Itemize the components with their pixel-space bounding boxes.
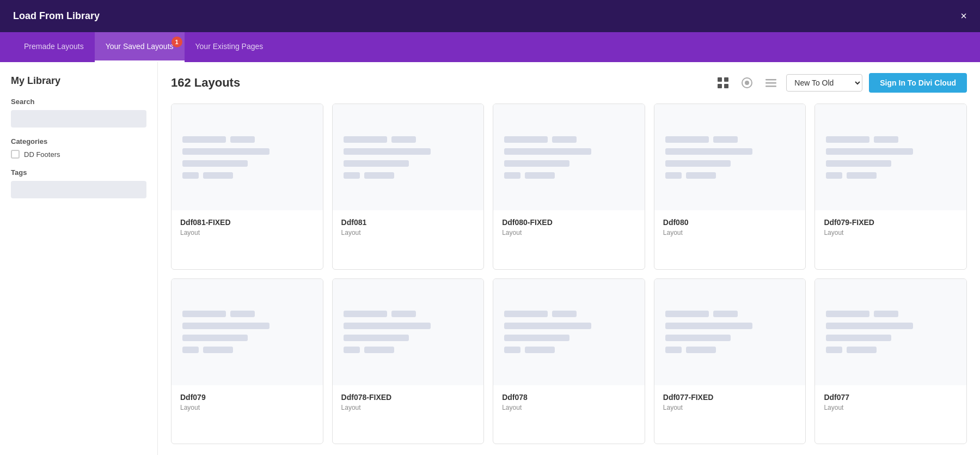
modal-header: Load From Library × <box>0 0 980 32</box>
card-type: Layout <box>824 404 958 411</box>
load-from-library-modal: Load From Library × Premade Layouts Your… <box>0 0 980 455</box>
card-name: Ddf081 <box>341 218 475 227</box>
layout-card-ddf081[interactable]: Ddf081 Layout <box>332 104 485 270</box>
card-type: Layout <box>502 229 636 236</box>
card-name: Ddf078 <box>502 393 636 402</box>
svg-rect-1 <box>724 77 728 82</box>
tab-bar: Premade Layouts Your Saved Layouts 1 You… <box>0 32 980 62</box>
card-name: Ddf080 <box>663 218 797 227</box>
tab-premade-layouts[interactable]: Premade Layouts <box>13 32 95 62</box>
svg-point-5 <box>745 81 749 85</box>
layout-card-ddf078-fixed[interactable]: Ddf078-FIXED Layout <box>332 278 485 445</box>
card-preview <box>815 104 966 210</box>
category-name-dd-footers: DD Footers <box>24 150 60 159</box>
card-preview <box>654 279 806 385</box>
sidebar: My Library Search Categories DD Footers … <box>0 62 158 455</box>
main-content: 162 Layouts <box>158 62 980 455</box>
card-info: Ddf078-FIXED Layout <box>333 385 484 419</box>
grid-view-button[interactable] <box>714 74 732 92</box>
list-view-button[interactable] <box>762 74 780 92</box>
main-header: 162 Layouts <box>171 73 967 93</box>
layouts-grid: Ddf081-FIXED Layout Ddf081 Layout <box>171 104 967 444</box>
tab-your-saved-layouts[interactable]: Your Saved Layouts 1 <box>95 32 185 62</box>
tab-your-existing-pages[interactable]: Your Existing Pages <box>185 32 274 62</box>
card-info: Ddf077 Layout <box>815 385 966 419</box>
card-name: Ddf079 <box>180 393 314 402</box>
card-name: Ddf078-FIXED <box>341 393 475 402</box>
card-preview <box>171 279 323 385</box>
card-preview <box>333 279 484 385</box>
svg-rect-8 <box>765 86 776 87</box>
card-info: Ddf080-FIXED Layout <box>493 210 645 244</box>
saved-layouts-badge: 1 <box>171 37 182 47</box>
card-preview <box>171 104 323 210</box>
card-name: Ddf081-FIXED <box>180 218 314 227</box>
card-type: Layout <box>663 229 797 236</box>
card-name: Ddf077-FIXED <box>663 393 797 402</box>
card-type: Layout <box>180 229 314 236</box>
card-info: Ddf081-FIXED Layout <box>171 210 323 244</box>
card-type: Layout <box>502 404 636 411</box>
card-type: Layout <box>180 404 314 411</box>
card-preview <box>493 104 645 210</box>
layout-card-ddf079[interactable]: Ddf079 Layout <box>171 278 323 445</box>
layout-card-ddf080[interactable]: Ddf080 Layout <box>654 104 806 270</box>
layout-card-ddf080-fixed[interactable]: Ddf080-FIXED Layout <box>493 104 645 270</box>
svg-rect-2 <box>718 84 722 88</box>
card-info: Ddf077-FIXED Layout <box>654 385 806 419</box>
card-name: Ddf077 <box>824 393 958 402</box>
layout-card-ddf079-fixed[interactable]: Ddf079-FIXED Layout <box>814 104 967 270</box>
layout-card-ddf078[interactable]: Ddf078 Layout <box>493 278 645 445</box>
card-type: Layout <box>341 404 475 411</box>
card-info: Ddf081 Layout <box>333 210 484 244</box>
content-area: My Library Search Categories DD Footers … <box>0 62 980 455</box>
search-input[interactable] <box>11 110 146 128</box>
toolbar: New To Old Old To New A to Z Z to A Sign… <box>714 73 967 93</box>
card-name: Ddf079-FIXED <box>824 218 958 227</box>
search-label: Search <box>11 98 146 106</box>
card-name: Ddf080-FIXED <box>502 218 636 227</box>
card-preview <box>493 279 645 385</box>
categories-label: Categories <box>11 137 146 145</box>
modal-title: Load From Library <box>13 10 100 22</box>
card-type: Layout <box>341 229 475 236</box>
svg-rect-3 <box>724 84 728 88</box>
card-info: Ddf080 Layout <box>654 210 806 244</box>
card-preview <box>654 104 806 210</box>
sidebar-title: My Library <box>11 75 146 87</box>
layout-card-ddf077[interactable]: Ddf077 Layout <box>814 278 967 445</box>
card-info: Ddf079 Layout <box>171 385 323 419</box>
card-type: Layout <box>824 229 958 236</box>
tags-label: Tags <box>11 168 146 177</box>
layout-card-ddf081-fixed[interactable]: Ddf081-FIXED Layout <box>171 104 323 270</box>
filter-button[interactable] <box>738 74 756 92</box>
svg-rect-7 <box>765 82 776 84</box>
card-preview <box>333 104 484 210</box>
card-info: Ddf079-FIXED Layout <box>815 210 966 244</box>
layout-card-ddf077-fixed[interactable]: Ddf077-FIXED Layout <box>654 278 806 445</box>
sort-select[interactable]: New To Old Old To New A to Z Z to A <box>786 74 862 92</box>
category-item-dd-footers[interactable]: DD Footers <box>11 150 146 159</box>
sign-in-divi-cloud-button[interactable]: Sign In To Divi Cloud <box>869 73 967 93</box>
svg-rect-0 <box>718 77 722 82</box>
close-button[interactable]: × <box>960 10 967 22</box>
layouts-count: 162 Layouts <box>171 76 240 90</box>
category-checkbox-dd-footers[interactable] <box>11 150 20 159</box>
card-info: Ddf078 Layout <box>493 385 645 419</box>
svg-rect-6 <box>765 79 776 81</box>
tags-input[interactable] <box>11 181 146 198</box>
card-preview <box>815 279 966 385</box>
card-type: Layout <box>663 404 797 411</box>
